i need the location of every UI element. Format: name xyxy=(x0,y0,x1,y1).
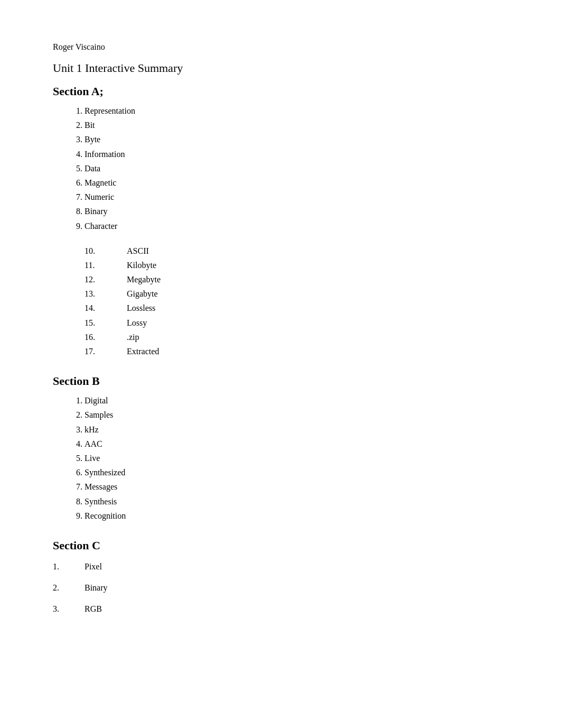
section-a-list-10-17: 10.ASCII11.Kilobyte12.Megabyte13.Gigabyt… xyxy=(53,244,508,359)
section-a-item-5: Data xyxy=(85,161,508,176)
section-b-item-4: AAC xyxy=(85,437,508,451)
section-b-item-8: Synthesis xyxy=(85,494,508,509)
section-a-item-6: Magnetic xyxy=(85,176,508,190)
section-b-list: DigitalSampleskHzAACLiveSynthesizedMessa… xyxy=(53,393,508,523)
author-name: Roger Viscaino xyxy=(53,42,508,52)
section-a-item-8: Binary xyxy=(85,204,508,218)
section-a-item-9: Character xyxy=(85,219,508,233)
section-a-heading: Section A; xyxy=(53,85,508,98)
section-a-item-10: 10.ASCII xyxy=(85,244,508,258)
section-a-item-16: 16..zip xyxy=(85,330,508,344)
section-c-heading: Section C xyxy=(53,539,508,552)
section-a-item-4: Information xyxy=(85,147,508,161)
section-a-item-3: Byte xyxy=(85,132,508,146)
section-a-item-15: 15.Lossy xyxy=(85,316,508,330)
section-a-item-2: Bit xyxy=(85,118,508,132)
section-b-item-3: kHz xyxy=(85,422,508,437)
section-a-item-13: 13.Gigabyte xyxy=(85,287,508,301)
section-a-item-14: 14.Lossless xyxy=(85,301,508,315)
document-title: Unit 1 Interactive Summary xyxy=(53,61,508,75)
section-c-item-2: 2.Binary xyxy=(53,583,508,593)
section-b-item-1: Digital xyxy=(85,393,508,408)
section-c-list: 1.Pixel2.Binary3.RGB xyxy=(53,562,508,614)
section-a-item-1: Representation xyxy=(85,104,508,118)
section-a-item-12: 12.Megabyte xyxy=(85,272,508,287)
section-a-list-1-9: RepresentationBitByteInformationDataMagn… xyxy=(53,104,508,233)
section-b-item-9: Recognition xyxy=(85,509,508,523)
section-a-item-17: 17.Extracted xyxy=(85,344,508,358)
section-b-item-6: Synthesized xyxy=(85,465,508,480)
section-b-item-7: Messages xyxy=(85,480,508,494)
section-b-heading: Section B xyxy=(53,374,508,388)
section-b-item-2: Samples xyxy=(85,408,508,422)
section-a-item-11: 11.Kilobyte xyxy=(85,258,508,272)
section-c-item-3: 3.RGB xyxy=(53,604,508,614)
section-b-item-5: Live xyxy=(85,451,508,465)
section-c-item-1: 1.Pixel xyxy=(53,562,508,572)
section-a-item-7: Numeric xyxy=(85,190,508,204)
